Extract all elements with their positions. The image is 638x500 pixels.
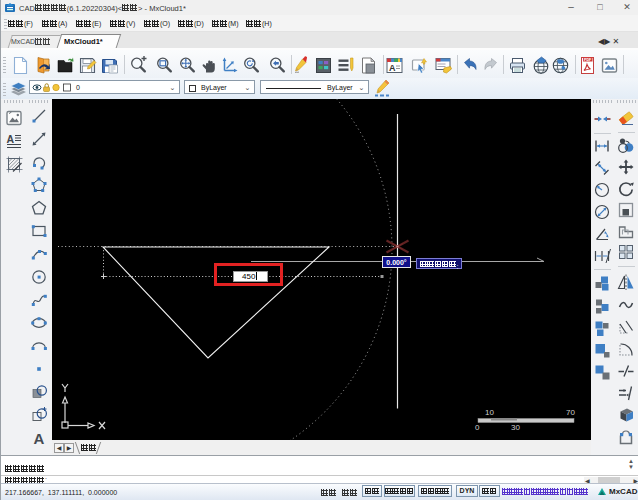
svg-text:0: 0 bbox=[475, 423, 480, 432]
svg-text:30: 30 bbox=[511, 423, 520, 432]
svg-text:A: A bbox=[389, 62, 396, 72]
svg-text:70: 70 bbox=[566, 408, 575, 417]
svg-text:A: A bbox=[7, 133, 15, 145]
svg-text:A: A bbox=[34, 430, 45, 447]
svg-text:10: 10 bbox=[485, 408, 494, 417]
svg-text:PDF: PDF bbox=[584, 57, 592, 61]
